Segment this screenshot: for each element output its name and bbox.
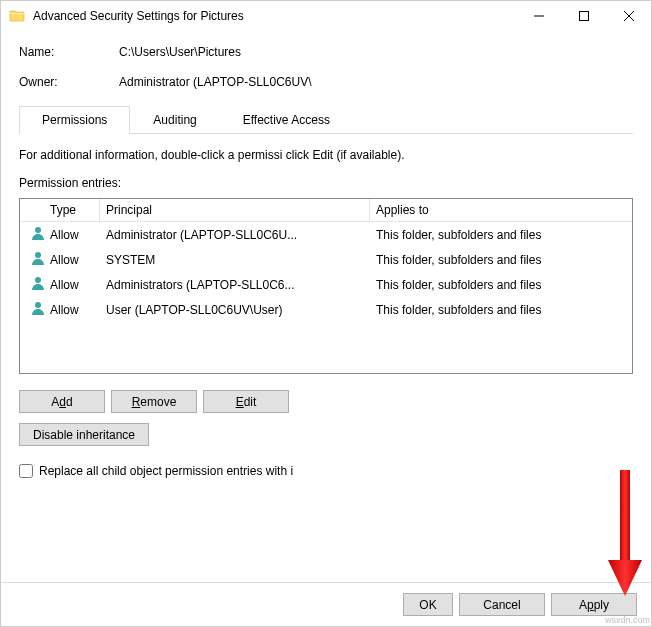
cell-type: Allow (44, 252, 100, 268)
column-type[interactable]: Type (44, 199, 100, 221)
svg-point-4 (35, 302, 41, 308)
table-row[interactable]: Allow Administrators (LAPTOP-SLL0C6... T… (20, 272, 632, 297)
content-area: Name: C:\Users\User\Pictures Owner: Admi… (1, 31, 651, 582)
user-icon (20, 274, 44, 295)
user-icon (20, 224, 44, 245)
user-icon (20, 299, 44, 320)
cell-principal: User (LAPTOP-SLL0C6UV\User) (100, 302, 370, 318)
folder-icon (9, 8, 25, 24)
dialog-footer: OK Cancel Apply (1, 582, 651, 626)
cancel-button[interactable]: Cancel (459, 593, 545, 616)
svg-rect-0 (579, 11, 588, 20)
advanced-security-window: Advanced Security Settings for Pictures … (0, 0, 652, 627)
edit-button[interactable]: Edit (203, 390, 289, 413)
remove-button[interactable]: Remove (111, 390, 197, 413)
column-applies-to[interactable]: Applies to (370, 199, 632, 221)
svg-point-3 (35, 277, 41, 283)
table-row[interactable]: Allow User (LAPTOP-SLL0C6UV\User) This f… (20, 297, 632, 322)
replace-child-checkbox[interactable] (19, 464, 33, 478)
table-header: Type Principal Applies to (20, 199, 632, 222)
table-row[interactable]: Allow Administrator (LAPTOP-SLL0C6U... T… (20, 222, 632, 247)
titlebar: Advanced Security Settings for Pictures (1, 1, 651, 31)
close-button[interactable] (606, 1, 651, 31)
add-button[interactable]: Add (19, 390, 105, 413)
permission-entries-table[interactable]: Type Principal Applies to Allow Administ… (19, 198, 633, 374)
cell-type: Allow (44, 302, 100, 318)
cell-principal: SYSTEM (100, 252, 370, 268)
replace-child-row: Replace all child object permission entr… (19, 464, 633, 478)
ok-button[interactable]: OK (403, 593, 453, 616)
name-label: Name: (19, 45, 119, 59)
window-controls (516, 1, 651, 31)
owner-value: Administrator (LAPTOP-SLL0C6UV\ (119, 75, 312, 89)
column-principal[interactable]: Principal (100, 199, 370, 221)
cell-type: Allow (44, 227, 100, 243)
info-text: For additional information, double-click… (19, 148, 633, 162)
svg-point-1 (35, 227, 41, 233)
window-title: Advanced Security Settings for Pictures (33, 9, 516, 23)
cell-applies: This folder, subfolders and files (370, 252, 632, 268)
cell-applies: This folder, subfolders and files (370, 277, 632, 293)
cell-principal: Administrators (LAPTOP-SLL0C6... (100, 277, 370, 293)
cell-applies: This folder, subfolders and files (370, 302, 632, 318)
tabs: Permissions Auditing Effective Access (19, 105, 633, 134)
watermark: wsxdn.com (605, 615, 650, 625)
replace-child-label: Replace all child object permission entr… (39, 464, 293, 478)
user-icon (20, 249, 44, 270)
tab-permissions[interactable]: Permissions (19, 106, 130, 134)
svg-point-2 (35, 252, 41, 258)
permission-entries-label: Permission entries: (19, 176, 633, 190)
owner-label: Owner: (19, 75, 119, 89)
cell-principal: Administrator (LAPTOP-SLL0C6U... (100, 227, 370, 243)
apply-button[interactable]: Apply (551, 593, 637, 616)
cell-applies: This folder, subfolders and files (370, 227, 632, 243)
table-row[interactable]: Allow SYSTEM This folder, subfolders and… (20, 247, 632, 272)
name-value: C:\Users\User\Pictures (119, 45, 241, 59)
cell-type: Allow (44, 277, 100, 293)
maximize-button[interactable] (561, 1, 606, 31)
entry-buttons: Add Remove Edit (19, 390, 633, 413)
disable-inheritance-button[interactable]: Disable inheritance (19, 423, 149, 446)
tab-auditing[interactable]: Auditing (130, 106, 219, 134)
tab-effective-access[interactable]: Effective Access (220, 106, 353, 134)
minimize-button[interactable] (516, 1, 561, 31)
column-icon[interactable] (20, 199, 44, 221)
